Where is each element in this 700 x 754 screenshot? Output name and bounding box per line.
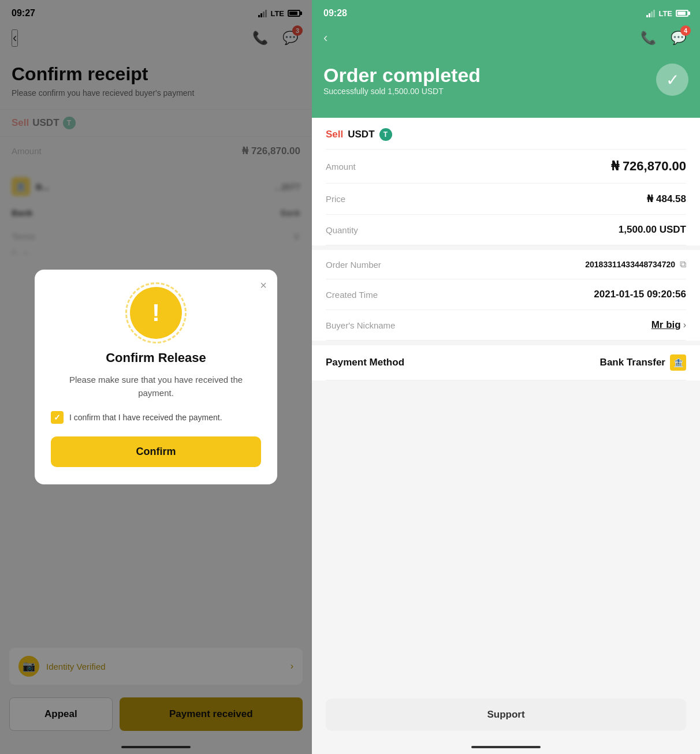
right-buyer-label: Buyer's Nickname [326,320,395,330]
right-price-row: Price ₦ 484.58 [326,184,686,215]
right-created-time-label: Created Time [326,290,378,300]
right-content: Sell USDT T Amount ₦ 726,870.00 Price ₦ … [312,118,700,380]
left-panel: 09:27 LTE ‹ 📞 [0,0,312,754]
right-signal-icon [646,9,655,17]
right-phone-icon: 📞 [641,31,656,46]
modal-warning-circle: ! [130,287,182,339]
right-status-bar: 09:28 LTE [323,0,688,23]
payment-method-container: Bank Transfer 🏦 [600,354,686,371]
modal-close-button[interactable]: × [260,279,267,292]
right-quantity-label: Quantity [326,225,358,235]
right-price-label: Price [326,194,345,204]
green-header: 09:28 LTE ‹ 📞 [312,0,700,118]
buyer-nickname[interactable]: Mr big [651,319,681,331]
right-sell-label: Sell [326,129,343,140]
right-order-number-row: Order Number 20183311433448734720 ⧉ [326,250,686,279]
right-tether-icon: T [379,128,392,141]
right-created-time-row: Created Time 2021-01-15 09:20:56 [326,279,686,310]
completed-check-icon: ✓ [656,64,688,96]
right-quantity-value: 1,500.00 USDT [619,224,686,236]
order-number-container: 20183311433448734720 ⧉ [585,259,686,270]
right-bottom-section: Support [312,699,700,731]
order-title: Order completed [323,64,481,87]
order-completed-row: Order completed Successfully sold 1,500.… [323,58,688,100]
modal-overlay: × ! Confirm Release Please make sure tha… [0,0,312,754]
right-coin-name: USDT [348,129,374,140]
support-button[interactable]: Support [326,699,686,731]
right-lte-label: LTE [658,9,672,18]
confirm-release-modal: × ! Confirm Release Please make sure tha… [35,270,277,484]
modal-confirm-button[interactable]: Confirm [51,436,261,467]
right-home-indicator [471,746,541,748]
right-coin-row: Sell USDT T [326,118,686,150]
right-back-button[interactable]: ‹ [323,31,327,46]
checkbox-label: I confirm that I have received the payme… [69,413,222,422]
copy-icon[interactable]: ⧉ [680,259,686,270]
order-subtitle: Successfully sold 1,500.00 USDT [323,87,481,96]
right-amount-label: Amount [326,162,356,171]
right-amount-row: Amount ₦ 726,870.00 [326,150,686,184]
right-payment-method-label: Payment Method [326,357,404,368]
right-quantity-row: Quantity 1,500.00 USDT [326,215,686,245]
modal-checkbox-row: ✓ I confirm that I have received the pay… [51,411,261,424]
modal-icon-container: ! [130,287,182,339]
right-nav-icons: 📞 💬 4 [638,28,688,48]
checkmark-icon: ✓ [54,413,61,422]
right-battery-icon [676,10,688,17]
section-divider-2 [312,341,700,345]
right-phone-button[interactable]: 📞 [638,28,658,48]
right-payment-method-row: Payment Method Bank Transfer 🏦 [326,345,686,380]
right-order-number-value: 20183311433448734720 [585,260,675,269]
right-order-number-label: Order Number [326,260,381,270]
right-status-icons: LTE [646,9,688,18]
right-payment-method-value: Bank Transfer [600,357,665,368]
right-created-time-value: 2021-01-15 09:20:56 [594,289,686,300]
exclamation-icon: ! [152,301,160,325]
bank-transfer-icon: 🏦 [670,354,686,371]
right-price-value: ₦ 484.58 [647,193,686,205]
right-amount-value: ₦ 726,870.00 [611,159,686,174]
order-completed-info: Order completed Successfully sold 1,500.… [323,64,481,96]
modal-title: Confirm Release [51,350,261,365]
section-divider-1 [312,245,700,250]
confirm-checkbox[interactable]: ✓ [51,411,64,424]
right-chat-badge: 4 [680,25,691,36]
right-panel: 09:28 LTE ‹ 📞 [312,0,700,754]
modal-description: Please make sure that you have received … [51,374,261,400]
right-chat-button[interactable]: 💬 4 [668,28,688,48]
buyer-arrow-icon: › [683,320,686,330]
right-nav-bar: ‹ 📞 💬 4 [323,23,688,58]
right-buyer-row: Buyer's Nickname Mr big › [326,310,686,341]
buyer-container: Mr big › [651,319,686,331]
right-time: 09:28 [323,8,347,18]
